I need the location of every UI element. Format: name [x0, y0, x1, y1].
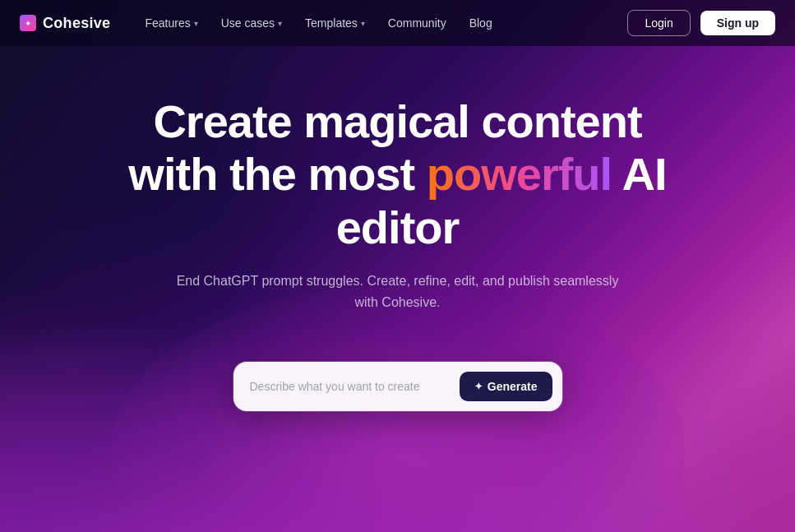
nav-item-templates[interactable]: Templates ▾: [297, 12, 373, 35]
navbar: Cohesive Features ▾ Use cases ▾ Template…: [0, 0, 795, 46]
hero-section: Create magical content with the most pow…: [0, 46, 795, 444]
nav-community-label: Community: [388, 16, 446, 30]
navbar-left: Cohesive Features ▾ Use cases ▾ Template…: [20, 12, 501, 35]
nav-links: Features ▾ Use cases ▾ Templates ▾ Commu…: [136, 12, 500, 35]
hero-title-highlight: powerful: [427, 148, 612, 200]
signup-button[interactable]: Sign up: [700, 11, 775, 35]
generate-button-label: Generate: [488, 380, 538, 393]
nav-item-use-cases[interactable]: Use cases ▾: [213, 12, 290, 35]
usecases-chevron-icon: ▾: [278, 19, 282, 28]
sparkle-icon: ✦: [474, 381, 483, 392]
page-wrapper: Cohesive Features ▾ Use cases ▾ Template…: [0, 0, 795, 532]
hero-title-line1: Create magical content: [153, 95, 641, 147]
nav-item-community[interactable]: Community: [380, 12, 455, 35]
nav-blog-label: Blog: [469, 16, 492, 30]
hero-title: Create magical content with the most pow…: [86, 95, 710, 254]
navbar-right: Login Sign up: [627, 10, 775, 36]
templates-chevron-icon: ▾: [361, 19, 365, 28]
nav-item-features[interactable]: Features ▾: [136, 12, 206, 35]
generate-button[interactable]: ✦ Generate: [460, 372, 552, 401]
login-button[interactable]: Login: [627, 10, 690, 36]
nav-item-blog[interactable]: Blog: [461, 12, 501, 35]
nav-templates-label: Templates: [305, 16, 358, 30]
brand-name: Cohesive: [43, 15, 110, 32]
generate-input[interactable]: [250, 380, 450, 393]
hero-subtitle: End ChatGPT prompt struggles. Create, re…: [176, 271, 620, 312]
brand-icon: [20, 15, 36, 31]
hero-title-line2-plain: with the most: [128, 148, 426, 200]
brand-logo[interactable]: Cohesive: [20, 15, 110, 32]
generate-box: ✦ Generate: [233, 362, 562, 411]
nav-usecases-label: Use cases: [221, 16, 275, 30]
nav-features-label: Features: [145, 16, 190, 30]
features-chevron-icon: ▾: [194, 19, 198, 28]
